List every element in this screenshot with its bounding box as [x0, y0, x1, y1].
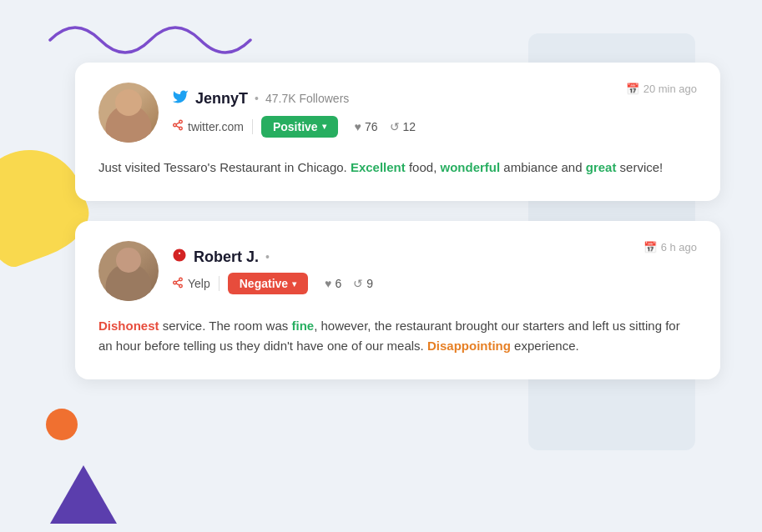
dot-separator-robert: • [265, 250, 270, 263]
card-header-jenny: JennyT • 47.7K Followers [98, 83, 697, 143]
divider-robert [219, 276, 220, 291]
retweets-count-robert: 9 [366, 277, 373, 290]
svg-line-3 [176, 126, 179, 128]
body-text-1: Just visited Tessaro's Restaurant in Chi… [98, 160, 351, 174]
sentiment-badge-robert[interactable]: Negative ▾ [228, 273, 308, 294]
likes-jenny: ♥ 76 [355, 120, 378, 133]
card-body-jenny: Just visited Tessaro's Restaurant in Chi… [98, 158, 697, 178]
avatar-jenny [98, 83, 159, 143]
source-row-robert: Yelp Negative ▾ ♥ 6 [172, 273, 697, 294]
user-info-jenny: JennyT • 47.7K Followers [172, 88, 697, 138]
svg-line-8 [176, 283, 179, 284]
user-name-row-robert: Robert J. • [172, 248, 697, 266]
chevron-robert: ▾ [292, 279, 296, 289]
body-text-2: food, [406, 160, 441, 174]
timestamp-jenny: 📅 20 min ago [626, 83, 697, 95]
card-robert: 📅 6 h ago Robert J. • [75, 221, 720, 379]
retweets-count-jenny: 12 [403, 120, 416, 133]
divider-jenny [252, 119, 253, 134]
robert-source-text: Yelp [188, 277, 210, 290]
timestamp-robert: 📅 6 h ago [643, 241, 697, 253]
source-row-jenny: twitter.com Positive ▾ ♥ 76 [172, 116, 697, 138]
source-link-robert: Yelp [172, 277, 210, 291]
user-name-row-jenny: JennyT • 47.7K Followers [172, 88, 697, 109]
svg-line-4 [176, 123, 179, 124]
likes-count-robert: 6 [335, 277, 341, 290]
body-text-r1: service. The room was [159, 319, 292, 333]
heart-icon-robert: ♥ [325, 277, 331, 290]
svg-point-1 [174, 123, 177, 127]
body-highlight-disappointing: Disappointing [427, 339, 511, 353]
body-highlight-dishonest: Dishonest [98, 319, 159, 333]
share-icon-jenny [172, 119, 184, 133]
sentiment-badge-jenny[interactable]: Positive ▾ [261, 116, 338, 138]
svg-point-0 [179, 120, 183, 123]
dot-separator: • [255, 92, 259, 105]
user-info-robert: Robert J. • Yelp [172, 248, 697, 294]
svg-point-7 [179, 284, 183, 288]
jenny-followers: 47.7K Followers [265, 92, 349, 105]
heart-icon-jenny: ♥ [355, 120, 361, 133]
jenny-source-text: twitter.com [188, 120, 244, 133]
engagement-jenny: ♥ 76 ↺ 12 [355, 120, 416, 133]
svg-point-5 [179, 278, 183, 281]
svg-line-9 [176, 279, 179, 281]
body-text-r3: experience. [511, 339, 579, 353]
timestamp-text-robert: 6 h ago [661, 241, 697, 253]
likes-robert: ♥ 6 [325, 277, 341, 290]
body-text-4: service! [616, 160, 663, 174]
body-highlight-great: great [586, 160, 617, 174]
robert-username: Robert J. [194, 248, 259, 266]
card-header-robert: Robert J. • Yelp [98, 241, 697, 301]
calendar-icon-robert: 📅 [643, 241, 657, 253]
body-highlight-fine: fine [291, 319, 314, 333]
body-highlight-wonderful: wonderful [440, 160, 500, 174]
svg-point-2 [179, 127, 183, 130]
retweets-jenny: ↺ 12 [390, 120, 416, 133]
yelp-icon [172, 248, 187, 266]
decoration-wave [42, 15, 267, 60]
svg-point-6 [174, 281, 177, 284]
retweet-icon-jenny: ↺ [390, 120, 400, 133]
engagement-robert: ♥ 6 ↺ 9 [325, 277, 373, 290]
calendar-icon: 📅 [626, 83, 639, 95]
chevron-jenny: ▾ [322, 122, 326, 131]
card-jenny: 📅 20 min ago JennyT • 47.7K Followers [75, 63, 720, 201]
retweets-robert: ↺ 9 [353, 277, 373, 290]
decoration-orange-circle [46, 409, 78, 440]
decoration-purple-triangle [50, 465, 117, 524]
avatar-robert [98, 241, 159, 301]
retweet-icon-robert: ↺ [353, 277, 363, 290]
source-link-jenny: twitter.com [172, 119, 244, 133]
card-body-robert: Dishonest service. The room was fine, ho… [98, 316, 697, 356]
sentiment-label-robert: Negative [240, 277, 288, 290]
body-highlight-excellent: Excellent [351, 160, 406, 174]
background: 📅 20 min ago JennyT • 47.7K Followers [0, 0, 762, 532]
jenny-username: JennyT [195, 90, 248, 108]
likes-count-jenny: 76 [365, 120, 378, 133]
share-icon-robert [172, 277, 184, 291]
timestamp-text: 20 min ago [643, 83, 697, 95]
body-text-3: ambiance and [500, 160, 586, 174]
twitter-icon [172, 88, 189, 109]
cards-container: 📅 20 min ago JennyT • 47.7K Followers [75, 63, 720, 379]
sentiment-label-jenny: Positive [273, 120, 318, 133]
